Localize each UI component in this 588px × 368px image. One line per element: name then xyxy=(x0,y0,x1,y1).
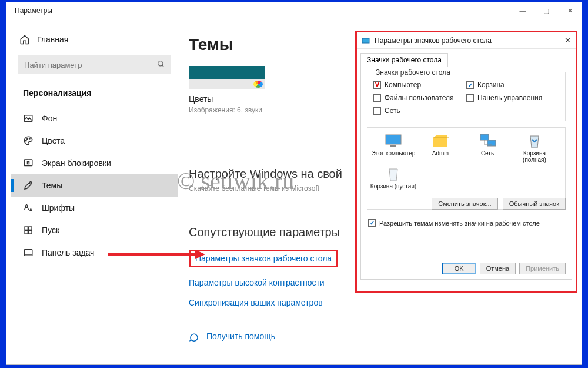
sidebar: Главная Персонализация Фон Цвета Экран б… xyxy=(6,19,183,364)
link-sync[interactable]: Синхронизация ваших параметров xyxy=(189,298,565,307)
icon-admin[interactable]: Admin xyxy=(417,132,464,163)
lockscreen-icon xyxy=(23,158,34,168)
svg-point-0 xyxy=(158,61,163,66)
svg-rect-8 xyxy=(25,227,28,230)
dialog-app-icon xyxy=(362,37,370,45)
icon-preview-box: Этот компьютер Admin Сеть Корзина (полна… xyxy=(367,127,566,210)
link-desktop-icons[interactable]: Параметры значков рабочего стола xyxy=(189,250,338,267)
palette-icon xyxy=(23,135,34,146)
taskbar-icon xyxy=(23,247,34,258)
settings-window: Параметры — ▢ ✕ Главная Персонализация xyxy=(6,2,582,365)
icon-network[interactable]: Сеть xyxy=(464,132,511,163)
svg-rect-6 xyxy=(24,160,32,166)
svg-rect-17 xyxy=(386,135,401,144)
sidebar-item-label: Шрифты xyxy=(42,203,75,213)
checkbox-network[interactable]: Сеть xyxy=(373,107,466,115)
sidebar-item-fonts[interactable]: AA Шрифты xyxy=(11,197,178,219)
brush-icon xyxy=(23,180,34,191)
icon-recycle-full[interactable]: Корзина (полная) xyxy=(511,132,558,163)
sidebar-item-label: Фон xyxy=(42,114,57,123)
sidebar-item-start[interactable]: Пуск xyxy=(11,219,178,241)
sidebar-item-label: Панель задач xyxy=(42,248,94,257)
svg-point-3 xyxy=(26,140,27,141)
dialog-title: Параметры значков рабочего стола xyxy=(375,37,492,45)
sidebar-item-label: Пуск xyxy=(42,226,59,235)
sidebar-item-themes[interactable]: Темы xyxy=(11,174,178,197)
sidebar-item-lockscreen[interactable]: Экран блокировки xyxy=(11,152,178,174)
checkbox-userfiles[interactable]: Файлы пользователя xyxy=(373,94,466,102)
svg-rect-10 xyxy=(25,231,28,234)
svg-rect-9 xyxy=(29,227,32,230)
help-icon xyxy=(189,331,199,342)
home-label: Главная xyxy=(37,35,68,44)
svg-point-4 xyxy=(27,138,28,140)
help-link[interactable]: Получить помощь xyxy=(189,331,565,342)
search-input[interactable] xyxy=(18,55,171,74)
home-icon xyxy=(19,34,30,45)
minimize-button[interactable]: — xyxy=(511,2,534,19)
svg-rect-20 xyxy=(480,134,489,140)
theme-thumbnail[interactable] xyxy=(189,66,265,89)
dialog-body: Значки рабочего стола VКомпьютер Файлы п… xyxy=(360,67,572,280)
dialog-tab[interactable]: Значки рабочего стола xyxy=(360,53,448,67)
search-box[interactable] xyxy=(18,55,171,74)
svg-rect-7 xyxy=(28,162,29,164)
sidebar-item-label: Темы xyxy=(42,181,62,190)
maximize-button[interactable]: ▢ xyxy=(534,2,558,19)
sidebar-item-label: Экран блокировки xyxy=(42,158,111,168)
default-icon-button[interactable]: Обычный значок xyxy=(503,198,566,210)
icon-recycle-empty[interactable]: Корзина (пустая) xyxy=(370,165,417,190)
desktop-icons-dialog: Параметры значков рабочего стола ✕ Значк… xyxy=(355,31,577,293)
start-icon xyxy=(23,225,34,236)
checkbox-computer[interactable]: VКомпьютер xyxy=(373,81,466,89)
sidebar-item-colors[interactable]: Цвета xyxy=(11,130,178,152)
section-header: Персонализация xyxy=(11,82,178,107)
checkbox-recycle[interactable]: ✓Корзина xyxy=(466,81,559,89)
cancel-button[interactable]: Отмена xyxy=(480,263,516,274)
dialog-close-button[interactable]: ✕ xyxy=(564,36,571,45)
fieldset-legend: Значки рабочего стола xyxy=(373,68,453,77)
svg-rect-16 xyxy=(362,38,369,43)
titlebar: Параметры — ▢ ✕ xyxy=(6,2,582,19)
apply-button[interactable]: Применить xyxy=(519,263,566,274)
checkbox-controlpanel[interactable]: Панель управления xyxy=(466,94,559,102)
sidebar-item-label: Цвета xyxy=(42,136,65,145)
svg-point-5 xyxy=(29,138,31,140)
sidebar-item-background[interactable]: Фон xyxy=(11,107,178,130)
icons-fieldset: Значки рабочего стола VКомпьютер Файлы п… xyxy=(367,72,566,121)
sidebar-item-taskbar[interactable]: Панель задач xyxy=(11,241,178,264)
checkbox-allow-themes[interactable]: ✓Разрешить темам изменять значки на рабо… xyxy=(368,219,540,227)
svg-rect-19 xyxy=(390,145,396,147)
image-icon xyxy=(23,113,34,124)
change-icon-button[interactable]: Сменить значок... xyxy=(432,198,498,210)
svg-line-1 xyxy=(162,65,164,67)
search-icon xyxy=(157,60,165,68)
icon-this-pc[interactable]: Этот компьютер xyxy=(370,132,417,163)
dialog-titlebar: Параметры значков рабочего стола ✕ xyxy=(357,32,576,49)
help-label: Получить помощь xyxy=(206,331,275,341)
home-nav[interactable]: Главная xyxy=(11,29,178,49)
svg-rect-11 xyxy=(29,231,32,234)
close-button[interactable]: ✕ xyxy=(558,2,582,19)
font-icon: AA xyxy=(23,203,34,213)
window-title: Параметры xyxy=(15,6,52,15)
ok-button[interactable]: OK xyxy=(442,263,476,274)
